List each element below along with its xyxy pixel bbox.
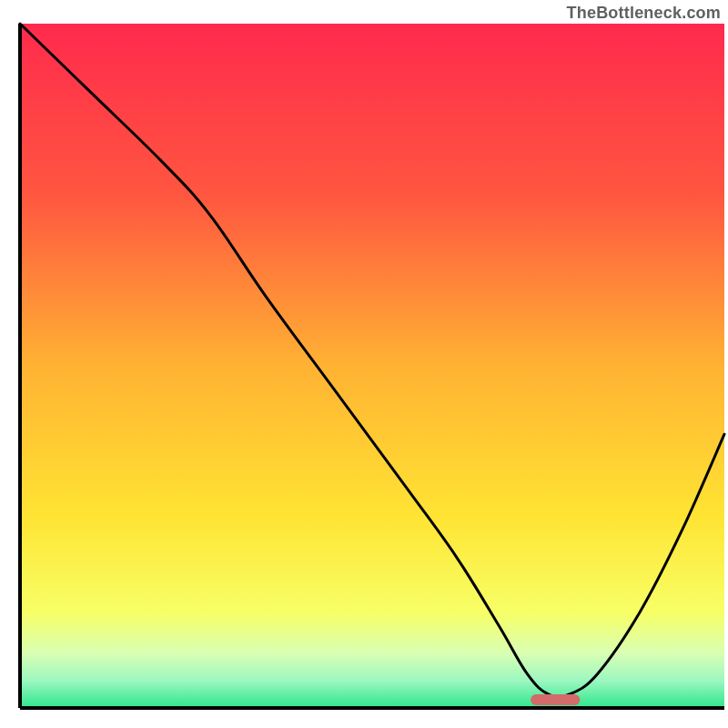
optimal-range-marker: [531, 694, 580, 705]
chart-container: TheBottleneck.com: [0, 0, 728, 728]
bottleneck-chart: [0, 0, 728, 728]
watermark-text: TheBottleneck.com: [567, 4, 721, 23]
